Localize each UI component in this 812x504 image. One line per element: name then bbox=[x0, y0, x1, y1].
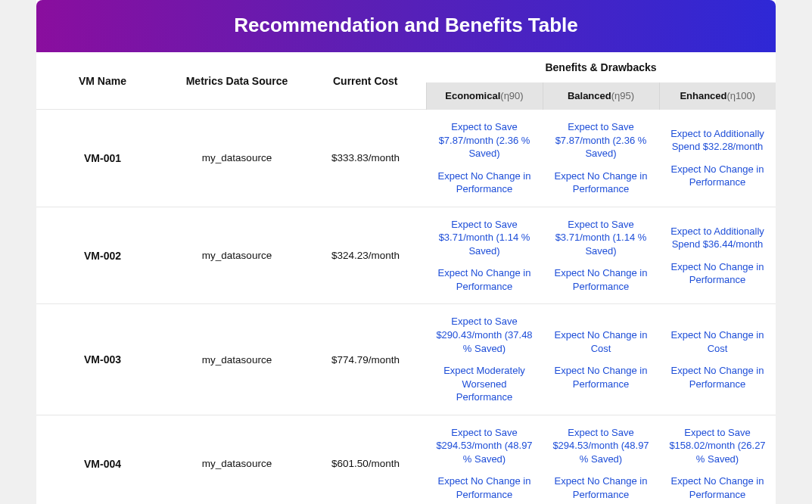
cell-data-source: my_datasource bbox=[169, 415, 305, 504]
col-subheader-enhanced: Enhanced(η100) bbox=[659, 82, 776, 110]
col-header-data-source: Metrics Data Source bbox=[169, 52, 305, 110]
benefit-line: Expect to Additionally Spend $32.28/mont… bbox=[667, 127, 768, 154]
cell-vm-name: VM-004 bbox=[36, 415, 169, 504]
benefit-line: Expect to Save $294.53/month (48.97 % Sa… bbox=[550, 426, 652, 466]
table-row: VM-004my_datasource$601.50/monthExpect t… bbox=[36, 415, 776, 504]
cell-vm-name: VM-002 bbox=[36, 207, 169, 304]
col-subheader-quantile: (η90) bbox=[500, 90, 523, 101]
cell-econ: Expect to Save $3.71/month (1.14 % Saved… bbox=[426, 207, 543, 304]
cell-enh: Expect No Change in CostExpect No Change… bbox=[659, 304, 776, 415]
cell-vm-name: VM-001 bbox=[36, 110, 169, 207]
performance-line: Expect No Change in Performance bbox=[434, 266, 535, 293]
cell-econ: Expect to Save $294.53/month (48.97 % Sa… bbox=[426, 415, 543, 504]
cell-econ: Expect to Save $290.43/month (37.48 % Sa… bbox=[426, 304, 543, 415]
col-subheader-economical: Economical(η90) bbox=[426, 82, 543, 110]
cell-vm-name: VM-003 bbox=[36, 304, 169, 415]
performance-line: Expect No Change in Performance bbox=[550, 170, 652, 196]
table-row: VM-003my_datasource$774.79/monthExpect t… bbox=[36, 304, 776, 415]
cell-current-cost: $333.83/month bbox=[305, 110, 426, 207]
cell-current-cost: $774.79/month bbox=[305, 304, 426, 415]
col-subheader-balanced: Balanced(η95) bbox=[543, 82, 659, 110]
col-subheader-quantile: (η100) bbox=[727, 90, 756, 101]
col-subheader-label: Economical bbox=[445, 90, 500, 101]
benefit-line: Expect to Save $158.02/month (26.27 % Sa… bbox=[667, 426, 768, 466]
performance-line: Expect No Change in Performance bbox=[550, 266, 652, 293]
benefit-line: Expect to Save $3.71/month (1.14 % Saved… bbox=[434, 218, 535, 258]
benefit-line: Expect to Save $294.53/month (48.97 % Sa… bbox=[434, 426, 535, 466]
performance-line: Expect No Change in Performance bbox=[434, 170, 535, 196]
performance-line: Expect No Change in Performance bbox=[434, 474, 535, 501]
benefit-line: Expect to Save $290.43/month (37.48 % Sa… bbox=[434, 315, 535, 355]
cell-enh: Expect to Save $158.02/month (26.27 % Sa… bbox=[659, 415, 776, 504]
col-header-benefits-drawbacks: Benefits & Drawbacks bbox=[426, 52, 776, 82]
cell-bal: Expect to Save $294.53/month (48.97 % Sa… bbox=[543, 415, 659, 504]
table-title: Recommendation and Benefits Table bbox=[36, 0, 776, 52]
benefit-line: Expect to Save $7.87/month (2.36 % Saved… bbox=[434, 120, 535, 160]
performance-line: Expect No Change in Performance bbox=[550, 474, 652, 501]
performance-line: Expect No Change in Performance bbox=[667, 474, 768, 501]
col-subheader-label: Balanced bbox=[568, 90, 611, 101]
cell-bal: Expect No Change in CostExpect No Change… bbox=[543, 304, 659, 415]
table-row: VM-002my_datasource$324.23/monthExpect t… bbox=[36, 207, 776, 304]
cell-data-source: my_datasource bbox=[169, 110, 305, 207]
cell-current-cost: $324.23/month bbox=[305, 207, 426, 304]
cell-enh: Expect to Additionally Spend $32.28/mont… bbox=[659, 110, 776, 207]
col-subheader-label: Enhanced bbox=[680, 90, 726, 101]
recommendation-table: VM Name Metrics Data Source Current Cost… bbox=[36, 52, 776, 504]
col-header-vm-name: VM Name bbox=[36, 52, 169, 110]
cell-bal: Expect to Save $7.87/month (2.36 % Saved… bbox=[543, 110, 659, 207]
cell-bal: Expect to Save $3.71/month (1.14 % Saved… bbox=[543, 207, 659, 304]
benefit-line: Expect to Additionally Spend $36.44/mont… bbox=[667, 225, 768, 251]
benefit-line: Expect No Change in Cost bbox=[667, 328, 768, 355]
table-row: VM-001my_datasource$333.83/monthExpect t… bbox=[36, 110, 776, 207]
cell-current-cost: $601.50/month bbox=[305, 415, 426, 504]
recommendation-table-card: Recommendation and Benefits Table VM Nam… bbox=[36, 0, 776, 504]
cell-econ: Expect to Save $7.87/month (2.36 % Saved… bbox=[426, 110, 543, 207]
benefit-line: Expect to Save $7.87/month (2.36 % Saved… bbox=[550, 120, 652, 160]
col-header-current-cost: Current Cost bbox=[305, 52, 426, 110]
performance-line: Expect No Change in Performance bbox=[667, 260, 768, 287]
cell-data-source: my_datasource bbox=[169, 304, 305, 415]
col-subheader-quantile: (η95) bbox=[611, 90, 634, 101]
cell-data-source: my_datasource bbox=[169, 207, 305, 304]
performance-line: Expect No Change in Performance bbox=[667, 163, 768, 189]
performance-line: Expect Moderately Worsened Performance bbox=[434, 364, 535, 404]
performance-line: Expect No Change in Performance bbox=[667, 364, 768, 390]
performance-line: Expect No Change in Performance bbox=[550, 364, 652, 390]
benefit-line: Expect No Change in Cost bbox=[550, 328, 652, 355]
cell-enh: Expect to Additionally Spend $36.44/mont… bbox=[659, 207, 776, 304]
benefit-line: Expect to Save $3.71/month (1.14 % Saved… bbox=[550, 218, 652, 258]
